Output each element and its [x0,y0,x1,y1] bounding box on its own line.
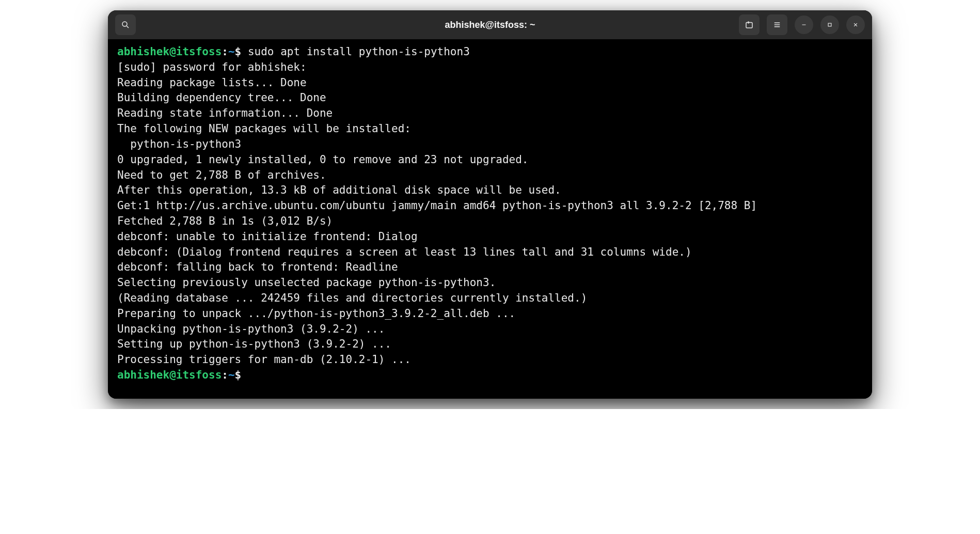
output-line: Building dependency tree... Done [117,90,863,106]
minimize-icon [800,21,808,28]
prompt-path: ~ [228,45,235,58]
output-line: (Reading database ... 242459 files and d… [117,291,863,306]
output-line: After this operation, 13.3 kB of additio… [117,183,863,198]
search-button[interactable] [115,14,136,35]
terminal-body[interactable]: abhishek@itsfoss:~$ sudo apt install pyt… [108,39,872,399]
svg-point-0 [122,22,127,26]
prompt-path: ~ [228,369,235,381]
search-icon [121,20,130,29]
hamburger-icon [772,20,782,29]
svg-line-1 [127,26,129,28]
output-line: Setting up python-is-python3 (3.9.2-2) .… [117,337,863,352]
output-line: Reading package lists... Done [117,75,863,91]
prompt-line-2: abhishek@itsfoss:~$ [117,368,863,383]
menu-button[interactable] [767,14,787,35]
output-line: Preparing to unpack .../python-is-python… [117,306,863,322]
titlebar: abhishek@itsfoss: ~ [108,10,872,39]
output-line: The following NEW packages will be insta… [117,121,863,137]
terminal-window: abhishek@itsfoss: ~ abhishek@itsfoss:~$ … [108,10,872,399]
output-line: python-is-python3 [117,137,863,152]
prompt-user-host: abhishek@itsfoss [117,369,222,381]
output-line: Fetched 2,788 B in 1s (3,012 B/s) [117,214,863,229]
maximize-button[interactable] [820,15,839,34]
command-text: sudo apt install python-is-python3 [248,45,470,58]
new-tab-button[interactable] [739,14,760,35]
prompt-user-host: abhishek@itsfoss [117,45,222,58]
output-line: Need to get 2,788 B of archives. [117,168,863,183]
output-line: debconf: (Dialog frontend requires a scr… [117,245,863,260]
prompt-line-1: abhishek@itsfoss:~$ sudo apt install pyt… [117,44,863,60]
output-line: Get:1 http://us.archive.ubuntu.com/ubunt… [117,198,863,214]
output-line: debconf: unable to initialize frontend: … [117,229,863,245]
output-line: Selecting previously unselected package … [117,275,863,291]
output-line: debconf: falling back to frontend: Readl… [117,260,863,275]
prompt-colon: : [222,369,228,381]
svg-rect-2 [746,23,752,28]
output-line: [sudo] password for abhishek: [117,60,863,75]
new-tab-icon [745,20,754,29]
minimize-button[interactable] [795,15,813,34]
window-title: abhishek@itsfoss: ~ [445,20,535,30]
output-line: Reading state information... Done [117,106,863,121]
prompt-symbol: $ [235,45,242,58]
svg-rect-9 [828,23,831,26]
output-line: Processing triggers for man-db (2.10.2-1… [117,352,863,368]
output-line: Unpacking python-is-python3 (3.9.2-2) ..… [117,322,863,337]
close-button[interactable] [846,15,865,34]
maximize-icon [826,21,833,28]
prompt-symbol: $ [235,369,242,381]
close-icon [852,21,859,28]
output-line: 0 upgraded, 1 newly installed, 0 to remo… [117,152,863,168]
prompt-colon: : [222,45,228,58]
